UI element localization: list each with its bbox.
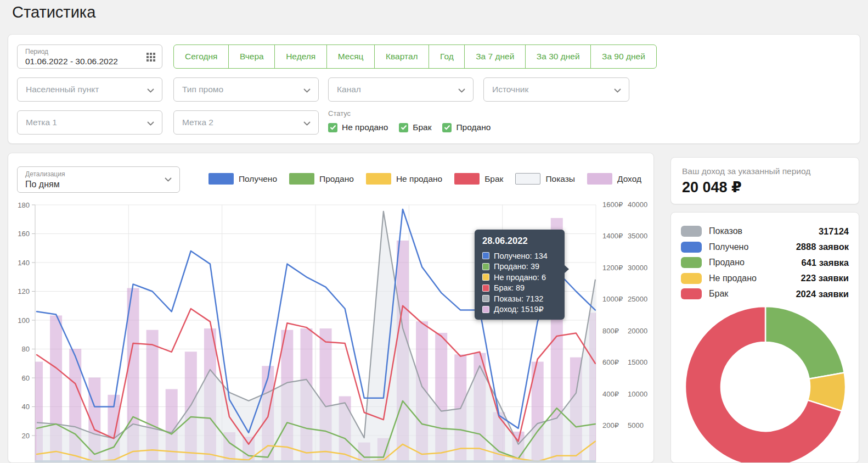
svg-text:20000: 20000	[628, 327, 647, 335]
stats-swatch	[681, 257, 702, 268]
page-title: Статистика	[12, 3, 95, 21]
status-label: Статус	[328, 109, 501, 118]
chevron-down-icon	[303, 121, 311, 126]
stats-label: Брак	[709, 289, 728, 299]
checkbox-checked-icon	[442, 123, 452, 132]
chevron-down-icon	[614, 88, 621, 93]
quick-range-button[interactable]: Месяц	[326, 44, 375, 69]
stats-value: 317124	[819, 226, 849, 237]
svg-text:1000₽: 1000₽	[602, 295, 623, 303]
quick-range-button[interactable]: Неделя	[274, 44, 327, 69]
chevron-down-icon	[147, 88, 154, 93]
quick-range-button[interactable]: Год	[429, 44, 465, 69]
dropdown-placeholder: Тип промо	[182, 85, 223, 94]
checkbox-checked-icon	[399, 123, 408, 132]
status-checkbox-label: Продано	[456, 122, 491, 132]
stats-row: Брак2024 заявки	[681, 286, 849, 302]
tooltip-date: 28.06.2022	[482, 236, 557, 246]
svg-text:25000: 25000	[628, 295, 647, 303]
svg-text:15000: 15000	[628, 358, 647, 366]
dropdown-tag2[interactable]: Метка 2	[173, 110, 319, 135]
svg-text:140: 140	[18, 259, 30, 267]
svg-text:1200₽: 1200₽	[602, 264, 623, 272]
svg-text:35000: 35000	[628, 232, 647, 240]
stats-row: Показов317124	[681, 224, 849, 239]
status-checkbox[interactable]: Брак	[399, 122, 431, 132]
quick-range-button[interactable]: За 90 дней	[590, 44, 657, 69]
status-filter: Статус Не проданоБракПродано	[328, 109, 501, 132]
quick-range-buttons: СегодняВчераНеделяМесяцКварталГодЗа 7 дн…	[173, 44, 657, 69]
stats-swatch	[681, 273, 702, 284]
svg-text:40000: 40000	[628, 200, 647, 209]
tooltip-text: Не продано: 6	[494, 273, 546, 282]
dropdown-source[interactable]: Источник	[483, 77, 629, 102]
tooltip-row: Брак: 89	[482, 283, 557, 294]
svg-text:60: 60	[22, 374, 30, 382]
tooltip-row: Не продано: 6	[482, 272, 557, 283]
quick-range-button[interactable]: Сегодня	[173, 44, 229, 69]
stats-row: Не продано223 заявки	[681, 271, 849, 287]
svg-text:30000: 30000	[628, 264, 647, 272]
status-donut-chart[interactable]	[685, 306, 846, 463]
stats-card: Показов317124Получено2888 заявокПродано6…	[670, 212, 859, 463]
dropdown-placeholder: Канал	[337, 85, 361, 94]
tooltip-swatch	[482, 285, 489, 292]
checkbox-checked-icon	[328, 123, 337, 132]
tooltip-swatch	[482, 306, 489, 313]
stats-value: 641 заявка	[802, 258, 849, 268]
svg-text:80: 80	[22, 345, 30, 353]
filters-panel: Период 01.06.2022 - 30.06.2022 СегодняВч…	[8, 34, 860, 144]
tooltip-text: Продано: 39	[494, 262, 539, 271]
status-checkbox[interactable]: Не продано	[328, 122, 388, 132]
svg-text:120: 120	[18, 287, 30, 295]
chevron-down-icon	[458, 88, 465, 93]
donut-slice[interactable]	[765, 306, 844, 379]
tooltip-rows: Получено: 134Продано: 39Не продано: 6Бра…	[482, 250, 557, 315]
stats-label: Получено	[709, 242, 748, 252]
svg-text:160: 160	[18, 230, 30, 238]
dropdown-placeholder: Населенный пункт	[26, 85, 99, 94]
dropdown-tag1[interactable]: Метка 1	[17, 110, 162, 135]
svg-text:1400₽: 1400₽	[602, 232, 623, 240]
status-checkbox[interactable]: Продано	[442, 122, 491, 132]
tooltip-text: Получено: 134	[494, 252, 548, 260]
quick-range-button[interactable]: Квартал	[374, 44, 430, 69]
quick-range-button[interactable]: Вчера	[228, 44, 275, 69]
tooltip-row: Получено: 134	[482, 250, 557, 261]
dropdown-city[interactable]: Населенный пункт	[17, 77, 162, 102]
tooltip-swatch	[482, 295, 489, 302]
period-value: 01.06.2022 - 30.06.2022	[25, 57, 118, 66]
chevron-down-icon	[147, 121, 154, 126]
stats-swatch	[681, 242, 702, 253]
dropdown-placeholder: Метка 2	[182, 118, 213, 127]
svg-text:600₽: 600₽	[602, 358, 619, 366]
stats-value: 2888 заявок	[796, 242, 849, 252]
tooltip-row: Продано: 39	[482, 261, 557, 272]
income-label: Ваш доход за указанный период	[682, 166, 810, 176]
dropdown-promo[interactable]: Тип промо	[173, 77, 319, 102]
stats-label: Продано	[709, 258, 745, 267]
status-checkboxes: Не проданоБракПродано	[328, 122, 501, 132]
svg-text:20: 20	[22, 432, 30, 440]
tooltip-row: Доход: 1519₽	[482, 304, 557, 315]
svg-text:180: 180	[18, 201, 30, 209]
svg-text:40: 40	[22, 403, 30, 411]
dropdown-channel[interactable]: Канал	[328, 77, 474, 102]
svg-text:400₽: 400₽	[602, 390, 619, 398]
quick-range-button[interactable]: За 7 дней	[464, 44, 526, 69]
stats-legend: Показов317124Получено2888 заявокПродано6…	[681, 224, 849, 302]
dropdown-placeholder: Источник	[492, 85, 528, 94]
chevron-down-icon	[303, 88, 311, 93]
period-field[interactable]: Период 01.06.2022 - 30.06.2022	[17, 44, 162, 69]
stats-value: 2024 заявки	[796, 289, 849, 299]
tooltip-swatch	[482, 263, 489, 270]
status-checkbox-label: Не продано	[342, 122, 388, 132]
svg-text:1600₽: 1600₽	[602, 200, 623, 209]
svg-text:200₽: 200₽	[602, 421, 619, 429]
stats-label: Не продано	[709, 274, 757, 283]
calendar-grid-icon[interactable]	[146, 53, 155, 62]
svg-text:10000: 10000	[628, 390, 647, 398]
income-value: 20 048 ₽	[682, 178, 742, 196]
dropdown-placeholder: Метка 1	[26, 118, 57, 127]
quick-range-button[interactable]: За 30 дней	[525, 44, 591, 69]
